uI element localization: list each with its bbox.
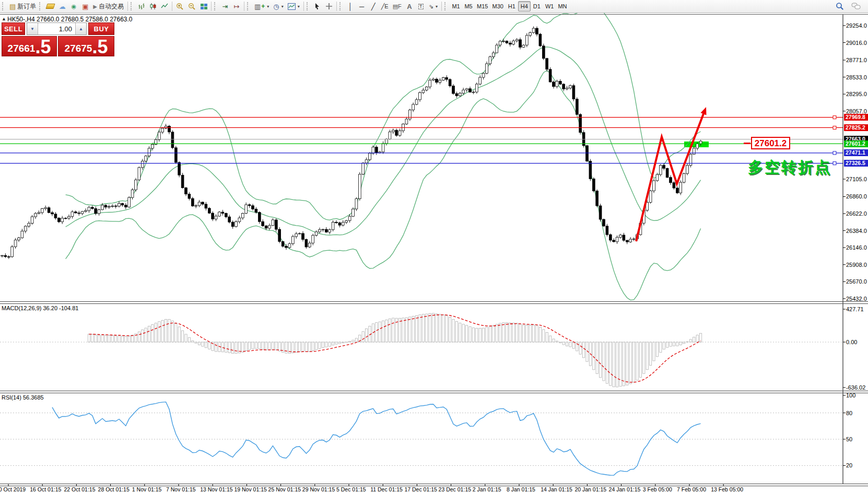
one-click-trading-panel: SELL ▼ ▲ BUY 27661.5 27675.5 xyxy=(2,22,114,56)
chart-canvas[interactable] xyxy=(0,0,868,493)
new-order-label: 新订单 xyxy=(17,2,36,11)
auto-scroll-button[interactable]: ⇥ xyxy=(219,1,231,11)
price-tick-label: 26622.0 xyxy=(846,210,867,217)
price-callout-label[interactable]: 27601.2 xyxy=(751,137,790,149)
separator xyxy=(244,2,244,11)
line-handle[interactable] xyxy=(833,126,836,129)
macd-scale-zero: 0.00 xyxy=(846,339,857,345)
grid-lines xyxy=(0,342,843,465)
rsi-label: RSI(14) 56.3685 xyxy=(2,394,44,401)
new-order-icon: ▤ xyxy=(9,3,16,10)
chart-shift-button[interactable]: ↦ xyxy=(231,1,242,11)
time-axis-label: 23 Dec 01:15 xyxy=(439,486,471,492)
line-handle[interactable] xyxy=(833,116,836,119)
collapse-icon[interactable]: ▲ xyxy=(2,16,6,21)
trendline-button[interactable]: ╱ xyxy=(368,1,379,11)
community-button[interactable]: ☁ xyxy=(56,1,68,11)
timeframe-MN[interactable]: MN xyxy=(556,1,569,11)
timeframe-H1[interactable]: H1 xyxy=(506,1,518,11)
new-chart-icon: ▥ xyxy=(254,3,261,10)
sell-price-box[interactable]: 27661.5 xyxy=(2,36,57,56)
buy-price-box[interactable]: 27675.5 xyxy=(58,36,114,56)
timeframe-group: M1M5M15M30H1H4D1W1MN xyxy=(450,1,569,11)
separator xyxy=(172,2,172,11)
timeframe-W1[interactable]: W1 xyxy=(543,1,556,11)
turning-point-note[interactable]: 多空转折点 xyxy=(748,157,831,178)
template-chart-icon xyxy=(288,3,296,10)
price-tick-label: 26384.0 xyxy=(846,228,867,234)
price-badge: 27601.2 xyxy=(844,140,868,147)
price-badge: 27471.1 xyxy=(844,149,868,156)
sell-price: 27661 xyxy=(8,42,36,55)
time-axis-label: 13 Feb 05:00 xyxy=(711,486,743,492)
line-handle[interactable] xyxy=(833,162,836,165)
vertical-line-button[interactable]: │ xyxy=(345,1,356,11)
crosshair-button[interactable] xyxy=(323,1,335,11)
search-button[interactable] xyxy=(834,1,846,11)
volume-increase-button[interactable]: ▲ xyxy=(75,23,86,34)
separator xyxy=(127,2,128,11)
macd-layer xyxy=(88,313,701,387)
equidistant-channel-button[interactable]: ╱E xyxy=(379,1,391,11)
buy-price: 27675 xyxy=(65,42,92,55)
buy-button[interactable]: BUY xyxy=(88,22,114,35)
line-chart-button[interactable] xyxy=(159,1,170,11)
candlestick-icon xyxy=(149,3,157,10)
new-chart-button[interactable]: ▥+▾ xyxy=(252,1,271,11)
chevron-down-icon: ▾ xyxy=(436,4,438,9)
market-button[interactable]: ▣ xyxy=(79,1,91,11)
time-axis-label: 20 Jan 01:15 xyxy=(574,486,606,492)
zoom-out-button[interactable] xyxy=(186,1,198,11)
tile-windows-button[interactable] xyxy=(198,1,209,11)
volume-decrease-button[interactable]: ▼ xyxy=(27,23,38,34)
timeframe-H4[interactable]: H4 xyxy=(518,1,531,11)
separator xyxy=(211,2,212,11)
signal-icon: ◉ xyxy=(71,3,76,10)
crosshair-icon xyxy=(325,3,333,10)
level-lines xyxy=(0,116,843,165)
templates-button[interactable]: ▾ xyxy=(286,1,302,11)
time-axis-label: 11 Dec 01:15 xyxy=(370,486,403,492)
horizontal-line-button[interactable]: ─ xyxy=(356,1,368,11)
fibonacci-button[interactable]: ▤F xyxy=(391,1,404,11)
deposit-button[interactable] xyxy=(44,1,56,11)
timeframe-D1[interactable]: D1 xyxy=(531,1,543,11)
chat-button[interactable] xyxy=(849,1,863,11)
timeframe-M5[interactable]: M5 xyxy=(462,1,475,11)
chart-top-border xyxy=(0,14,868,15)
toolbar-grip xyxy=(307,2,310,10)
timeframe-M30[interactable]: M30 xyxy=(490,1,505,11)
zoom-in-button[interactable] xyxy=(174,1,186,11)
chevron-down-icon: ▾ xyxy=(281,4,284,9)
time-axis-label: 1 Nov 01:15 xyxy=(132,486,162,492)
sell-button[interactable]: SELL xyxy=(2,22,25,35)
market-icon: ▣ xyxy=(82,3,88,10)
new-order-button[interactable]: ▤ 新订单 xyxy=(7,1,38,11)
text-label-button[interactable]: T xyxy=(415,1,427,11)
auto-trading-button[interactable]: ▶ 自动交易 xyxy=(91,1,126,11)
trading-app-window: ▤ 新订单 ☁ ◉ ▣ ▶ 自动交易 ⇥ xyxy=(0,0,868,493)
trend-arrow xyxy=(636,107,707,241)
signals-button[interactable]: ◉ xyxy=(68,1,79,11)
period-button[interactable]: ◷▾ xyxy=(271,1,285,11)
line-handle[interactable] xyxy=(833,151,836,155)
price-tick-label: 28771.0 xyxy=(846,57,867,63)
price-tick-label: 27105.0 xyxy=(846,176,867,182)
text-button[interactable]: A xyxy=(404,1,415,11)
timeframe-M1[interactable]: M1 xyxy=(450,1,462,11)
timeframe-M15[interactable]: M15 xyxy=(475,1,490,11)
bar-chart-button[interactable] xyxy=(136,1,147,11)
chevron-down-icon: ▾ xyxy=(298,4,300,9)
candlestick-chart-button[interactable] xyxy=(147,1,159,11)
plus-icon: + xyxy=(261,3,265,10)
time-axis-label: 5 Dec 01:15 xyxy=(336,486,366,492)
rsi-tick-label: 80 xyxy=(846,410,852,416)
arrows-button[interactable]: ⇘▾ xyxy=(427,1,440,11)
separator xyxy=(303,2,304,11)
price-tick-label: 25670.0 xyxy=(846,278,867,285)
cursor-button[interactable] xyxy=(312,1,323,11)
time-axis-label: 3 Feb 05:00 xyxy=(643,486,672,492)
volume-input[interactable] xyxy=(38,23,75,34)
rsi-tick-label: 100 xyxy=(846,392,855,398)
time-axis-label: 17 Dec 01:15 xyxy=(404,486,437,492)
